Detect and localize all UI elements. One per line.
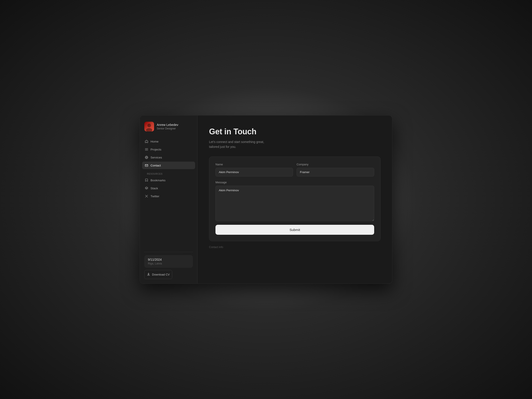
- app-window: Anrew Lebedev Senior Designer Home Proje…: [140, 115, 392, 284]
- download-cv-button[interactable]: Download CV: [144, 270, 172, 279]
- sidebar: Anrew Lebedev Senior Designer Home Proje…: [140, 115, 197, 284]
- sidebar-item-projects[interactable]: Projects: [142, 146, 195, 153]
- profile-info: Anrew Lebedev Senior Designer: [157, 123, 178, 130]
- contact-form-card: Name Company Message Akim Perminov Submi…: [209, 157, 381, 241]
- subtitle-line1: Let's connect and start something great,: [209, 140, 264, 144]
- nav-section: Home Projects Services Contact: [140, 138, 197, 250]
- sidebar-item-home[interactable]: Home: [142, 138, 195, 145]
- form-group-company: Company: [297, 163, 374, 177]
- download-cv-label: Download CV: [152, 273, 170, 276]
- sidebar-item-contact[interactable]: Contact: [142, 162, 195, 169]
- main-content: Get in Touch Let's connect and start som…: [197, 115, 392, 284]
- profile-role: Senior Designer: [157, 127, 178, 130]
- company-label: Company: [297, 163, 374, 166]
- date-value: 9/11/2024: [148, 258, 189, 261]
- company-input[interactable]: [297, 168, 374, 177]
- sidebar-item-twitter-label: Twitter: [151, 195, 159, 198]
- profile-name: Anrew Lebedev: [157, 123, 178, 127]
- sidebar-item-home-label: Home: [151, 140, 158, 143]
- sidebar-bottom: 9/11/2024 Riga, Latvia Download CV: [140, 250, 197, 279]
- submit-button[interactable]: Submit: [215, 225, 374, 235]
- sidebar-item-stack[interactable]: Stack: [142, 184, 195, 192]
- date-location: Riga, Latvia: [148, 262, 189, 265]
- name-label: Name: [215, 163, 293, 166]
- page-title: Get in Touch: [209, 127, 381, 136]
- form-group-name: Name: [215, 163, 293, 177]
- page-subtitle: Let's connect and start something great,…: [209, 139, 381, 149]
- subtitle-line2: tailored just for you.: [209, 145, 236, 149]
- download-icon: [147, 272, 150, 277]
- sidebar-divider: [144, 252, 193, 252]
- sidebar-item-bookmarks[interactable]: Bookmarks: [142, 177, 195, 184]
- x-icon: [145, 194, 148, 198]
- bookmark-icon: [145, 178, 148, 182]
- home-icon: [145, 140, 148, 143]
- profile-section: Anrew Lebedev Senior Designer: [140, 122, 197, 138]
- mail-icon: [145, 164, 148, 167]
- list-icon: [145, 148, 148, 151]
- sidebar-item-bookmarks-label: Bookmarks: [151, 179, 165, 182]
- sidebar-item-twitter[interactable]: Twitter: [142, 192, 195, 200]
- svg-point-0: [147, 124, 151, 127]
- sidebar-item-contact-label: Contact: [151, 164, 161, 167]
- sidebar-item-services-label: Services: [151, 156, 162, 159]
- resources-label: RESOURCES: [142, 170, 195, 177]
- svg-point-1: [146, 128, 152, 132]
- sidebar-item-projects-label: Projects: [151, 148, 161, 151]
- svg-marker-9: [145, 187, 148, 188]
- footer-text: Contact info: [209, 246, 381, 249]
- layers-icon: [145, 186, 148, 190]
- form-row-name-company: Name Company: [215, 163, 374, 177]
- form-group-message: Message Akim Perminov: [215, 181, 374, 221]
- name-input[interactable]: [215, 168, 293, 177]
- globe-icon: [145, 156, 148, 159]
- sidebar-item-services[interactable]: Services: [142, 154, 195, 161]
- message-label: Message: [215, 181, 374, 184]
- date-box: 9/11/2024 Riga, Latvia: [144, 255, 193, 268]
- avatar: [144, 122, 154, 132]
- sidebar-item-stack-label: Stack: [151, 187, 158, 190]
- message-textarea[interactable]: Akim Perminov: [215, 186, 374, 221]
